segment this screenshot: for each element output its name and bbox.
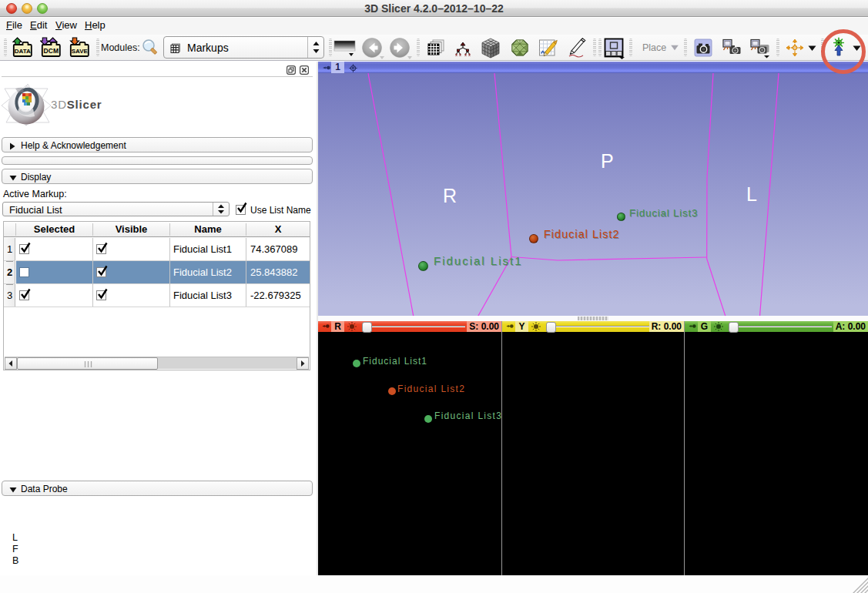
svg-text:DCM: DCM xyxy=(44,47,59,55)
svg-text:3DSlicer: 3DSlicer xyxy=(51,98,102,111)
svg-text:SAVE: SAVE xyxy=(72,48,89,55)
svg-text:DATA: DATA xyxy=(15,48,31,55)
